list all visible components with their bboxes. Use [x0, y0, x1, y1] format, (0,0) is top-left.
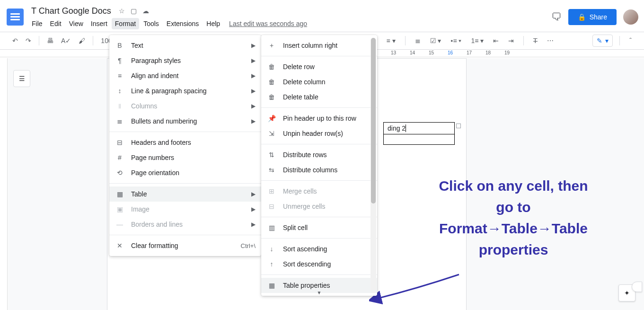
menu-separator [261, 144, 377, 144]
submenu-arrow-icon: ▶ [251, 206, 256, 213]
menu-separator [261, 238, 377, 239]
menu-format[interactable]: Format [112, 18, 139, 29]
undo-button[interactable]: ↶ [9, 35, 21, 46]
format-dropdown: BText▶¶Paragraph styles▶≡Align and inden… [109, 35, 261, 256]
comments-icon[interactable]: 🗨 [551, 11, 562, 23]
lock-icon: 🔒 [578, 13, 586, 21]
menu-separator [261, 56, 377, 56]
annotation-line: properties [402, 239, 625, 260]
menu-extensions[interactable]: Extensions [163, 18, 202, 29]
outline-icon: ☰ [19, 75, 25, 82]
table-item-unpin-header-row-s-[interactable]: ⇲Unpin header row(s) [261, 126, 377, 141]
menu-separator [261, 275, 377, 275]
move-icon[interactable]: ▢ [131, 7, 137, 15]
more-toolbar-button[interactable]: ⋯ [544, 35, 556, 46]
format-item-align-and-indent[interactable]: ≡Align and indent▶ [109, 68, 261, 83]
menu-item-label: Delete row [283, 63, 371, 71]
last-edit-link[interactable]: Last edit was seconds ago [229, 20, 307, 27]
format-item-page-numbers[interactable]: #Page numbers [109, 150, 261, 165]
menu-separator [109, 183, 261, 184]
document-table[interactable]: ding 2 [383, 122, 455, 145]
submenu-arrow-icon: ▶ [251, 103, 256, 109]
ruler-mark: 14 [410, 50, 415, 55]
redo-button[interactable]: ↷ [23, 35, 34, 46]
format-item-paragraph-styles[interactable]: ¶Paragraph styles▶ [109, 53, 261, 68]
chevron-down-icon: ▾ [605, 37, 609, 44]
menu-item-label: Text [131, 42, 245, 49]
annotation-line: Format→Table→Table [402, 218, 625, 239]
menu-item-label: Unmerge cells [283, 203, 371, 210]
scrollbar-thumb[interactable] [371, 38, 376, 204]
outdent-button[interactable]: ⇤ [490, 35, 502, 46]
table-item-split-cell[interactable]: ▥Split cell [261, 220, 377, 235]
separator [39, 36, 39, 45]
format-item-image: ▣Image▶ [109, 202, 261, 217]
table-item-delete-column[interactable]: 🗑Delete column [261, 74, 377, 89]
menu-item-label: Pin header up to this row [283, 115, 371, 122]
menu-item-icon: ✕ [115, 242, 124, 249]
format-item-columns: ⫴Columns▶ [109, 98, 261, 114]
table-cell-text[interactable]: ding 2 [388, 124, 406, 132]
editing-mode-button[interactable]: ✎ ▾ [592, 35, 613, 47]
docs-logo[interactable] [6, 8, 25, 27]
submenu-scrollbar[interactable] [371, 38, 376, 293]
menu-item-label: Split cell [283, 224, 371, 231]
clear-format-button[interactable]: T̶ [530, 35, 540, 46]
print-button[interactable]: 🖶 [44, 35, 56, 46]
format-item-text[interactable]: BText▶ [109, 38, 261, 53]
menu-item-icon: ⇲ [267, 130, 276, 137]
menu-item-icon: ⊟ [115, 139, 124, 146]
menu-item-icon: ⊟ [267, 203, 276, 210]
menu-item-icon: ⇆ [267, 166, 276, 174]
numbered-list-button[interactable]: 1≡ ▾ [468, 35, 486, 46]
checklist-button[interactable]: ☑ ▾ [427, 35, 444, 46]
menu-file[interactable]: File [28, 18, 46, 29]
menu-tools[interactable]: Tools [140, 18, 162, 29]
table-handle-icon[interactable] [456, 124, 461, 128]
table-item-delete-row[interactable]: 🗑Delete row [261, 59, 377, 74]
document-title[interactable]: T Chart Google Docs [28, 5, 114, 17]
spellcheck-button[interactable]: A✓ [58, 35, 74, 46]
format-item-page-orientation[interactable]: ⟲Page orientation [109, 165, 261, 180]
paint-format-button[interactable]: 🖌 [76, 35, 88, 46]
menu-item-icon: # [115, 154, 124, 161]
table-item-pin-header-up-to-this-row[interactable]: 📌Pin header up to this row [261, 111, 377, 126]
scroll-down-arrow[interactable]: ▼ [261, 289, 377, 296]
bullet-list-button[interactable]: ⦁≡ ▾ [448, 35, 464, 47]
table-item-insert-column-right[interactable]: +Insert column right [261, 38, 377, 53]
explore-icon: ✦ [624, 289, 630, 297]
table-item-distribute-columns[interactable]: ⇆Distribute columns [261, 162, 377, 177]
line-spacing-button[interactable]: ≣ [412, 35, 423, 46]
table-item-sort-ascending[interactable]: ↓Sort ascending [261, 241, 377, 257]
menu-item-label: Merge cells [283, 187, 371, 195]
format-item-bullets-and-numbering[interactable]: ≣Bullets and numbering▶ [109, 114, 261, 129]
format-item-line-paragraph-spacing[interactable]: ↕︎Line & paragraph spacing▶ [109, 83, 261, 98]
document-outline-button[interactable]: ☰ [13, 70, 30, 87]
menu-view[interactable]: View [66, 18, 87, 29]
menu-item-icon: ⊞ [267, 187, 276, 195]
share-button[interactable]: 🔒 Share [568, 9, 617, 25]
table-item-sort-descending[interactable]: ↑Sort descending [261, 257, 377, 272]
cloud-status-icon[interactable]: ☁ [142, 7, 149, 15]
menu-help[interactable]: Help [203, 18, 223, 29]
collapse-toolbar-button[interactable]: ˆ [626, 35, 635, 46]
menu-item-label: Table [131, 190, 245, 198]
menu-separator [109, 235, 261, 235]
table-item-delete-table[interactable]: 🗑Delete table [261, 89, 377, 105]
table-item-unmerge-cells: ⊟Unmerge cells [261, 199, 377, 214]
indent-button[interactable]: ⇥ [505, 35, 517, 46]
account-avatar[interactable] [623, 9, 638, 25]
menu-bar: File Edit View Insert Format Tools Exten… [28, 18, 307, 29]
align-button[interactable]: ≡ ▾ [383, 35, 398, 46]
vertical-ruler[interactable] [0, 58, 8, 310]
separator [405, 36, 406, 45]
menu-insert[interactable]: Insert [88, 18, 111, 29]
format-item-headers-and-footers[interactable]: ⊟Headers and footers [109, 135, 261, 150]
side-panel-toggle[interactable] [632, 282, 642, 292]
star-icon[interactable]: ☆ [119, 7, 125, 15]
menu-separator [261, 107, 377, 108]
format-item-table[interactable]: ▦Table▶ [109, 186, 261, 202]
format-item-clear-formatting[interactable]: ✕Clear formattingCtrl+\ [109, 238, 261, 253]
table-item-distribute-rows[interactable]: ⇅Distribute rows [261, 147, 377, 162]
menu-edit[interactable]: Edit [47, 18, 65, 29]
